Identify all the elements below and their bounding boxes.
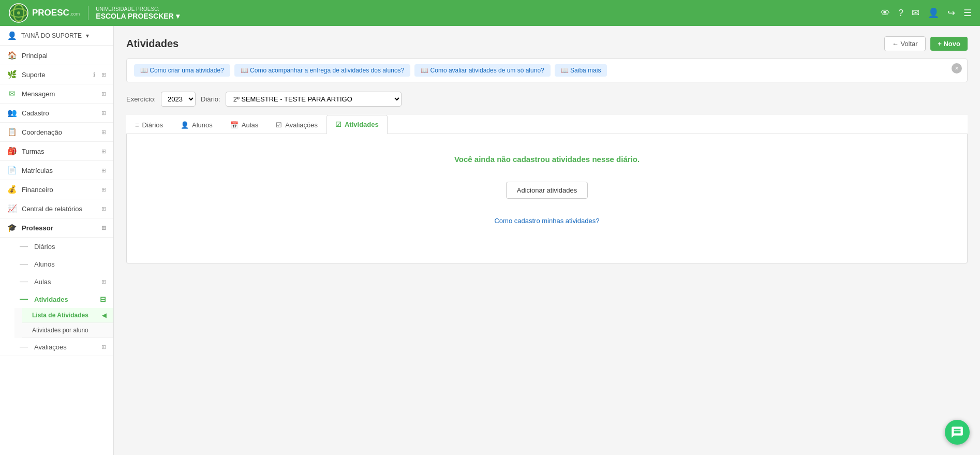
tab-diarios[interactable]: ≡ Diários bbox=[126, 115, 172, 134]
atividades-collapse-icon[interactable]: ⊟ bbox=[100, 295, 106, 303]
sidebar-label-financeiro: Financeiro bbox=[22, 186, 96, 194]
sub-label-aulas: Aulas bbox=[34, 278, 51, 286]
tab-alunos-label: Alunos bbox=[192, 121, 213, 129]
professor-icon: 🎓 bbox=[7, 223, 17, 232]
coordenacao-icon: 📋 bbox=[7, 127, 17, 137]
sidebar-label-coordenacao: Coordenação bbox=[22, 128, 96, 136]
menu-icon[interactable]: ☰ bbox=[963, 7, 972, 19]
turmas-expand-icon[interactable]: ⊞ bbox=[101, 148, 106, 155]
logo-image bbox=[8, 3, 29, 23]
sidebar-label-relatorios: Central de relatórios bbox=[22, 205, 96, 213]
sidebar-label-turmas: Turmas bbox=[22, 148, 96, 155]
tab-aulas-icon: 📅 bbox=[230, 121, 239, 129]
tab-atividades[interactable]: ☑ Atividades bbox=[326, 115, 388, 134]
sidebar-subgroup-item-lista[interactable]: Lista de Atividades ◀ bbox=[22, 308, 113, 323]
sidebar-sub-item-aulas[interactable]: — Aulas ⊞ bbox=[14, 273, 113, 290]
svg-point-3 bbox=[17, 11, 20, 14]
sidebar: 👤 TAINÃ DO SUPORTE ▾ 🏠 Principal 🌿 Supor… bbox=[0, 26, 114, 455]
dash-alunos: — bbox=[20, 259, 28, 269]
dash-atividades: — bbox=[20, 295, 28, 304]
tab-avaliacoes-icon: ☑ bbox=[276, 121, 282, 129]
sidebar-sub-item-diarios[interactable]: — Diários bbox=[14, 238, 113, 255]
school-name[interactable]: ESCOLA PROESCKER ▾ bbox=[96, 12, 179, 20]
add-atividades-button[interactable]: Adicionar atividades bbox=[506, 182, 588, 199]
tab-alunos[interactable]: 👤 Alunos bbox=[172, 115, 221, 134]
cadastro-expand-icon[interactable]: ⊞ bbox=[101, 110, 106, 116]
chat-bubble[interactable] bbox=[945, 420, 970, 445]
back-button[interactable]: ← Voltar bbox=[884, 36, 926, 51]
professor-expand-icon[interactable]: ⊞ bbox=[101, 225, 106, 231]
lista-label: Lista de Atividades bbox=[32, 312, 88, 319]
logo-com: .com bbox=[70, 11, 80, 17]
sidebar-item-matriculas[interactable]: 📄 Matrículas ⊞ bbox=[0, 161, 113, 180]
sidebar-item-financeiro[interactable]: 💰 Financeiro ⊞ bbox=[0, 180, 113, 199]
professor-submenu: — Diários — Alunos — Aulas ⊞ — Atividade… bbox=[0, 238, 113, 356]
diario-select[interactable]: 2º SEMESTRE - TESTE PARA ARTIGO bbox=[226, 92, 402, 107]
sub-label-avaliacoes: Avaliações bbox=[34, 343, 67, 351]
logo-area[interactable]: PROESC .com bbox=[8, 3, 80, 23]
dash-diarios: — bbox=[20, 242, 28, 251]
help-link-saibamais[interactable]: 📖 Saiba mais bbox=[555, 64, 607, 77]
how-to-register-link[interactable]: Como cadastro minhas atividades? bbox=[494, 217, 599, 225]
exercicio-select[interactable]: 2023 2022 2021 bbox=[161, 92, 196, 107]
question-icon[interactable]: ? bbox=[898, 8, 903, 19]
sidebar-item-mensagem[interactable]: ✉ Mensagem ⊞ bbox=[0, 84, 113, 104]
tab-aulas[interactable]: 📅 Aulas bbox=[221, 115, 268, 134]
sidebar-item-principal[interactable]: 🏠 Principal bbox=[0, 46, 113, 65]
help-link-avaliar[interactable]: 📖 Como avaliar atividades de um só aluno… bbox=[414, 64, 550, 77]
financeiro-icon: 💰 bbox=[7, 185, 17, 194]
page-title: Atividades bbox=[126, 38, 179, 50]
suporte-icon: 🌿 bbox=[7, 70, 17, 79]
sidebar-sub-item-atividades[interactable]: — Atividades ⊟ bbox=[14, 290, 113, 308]
help-circle-icon[interactable]: ℹ bbox=[93, 71, 95, 78]
atividades-aluno-label: Atividades por aluno bbox=[32, 327, 88, 334]
logo-proesc: PROESC bbox=[32, 8, 69, 18]
eye-icon[interactable]: 👁 bbox=[881, 8, 890, 19]
filter-row: Exercício: 2023 2022 2021 Diário: 2º SEM… bbox=[126, 92, 968, 107]
tab-atividades-icon: ☑ bbox=[335, 121, 341, 128]
content-area: Atividades ← Voltar + Novo 📖 Como criar … bbox=[114, 26, 980, 455]
relatorios-expand-icon[interactable]: ⊞ bbox=[101, 206, 106, 212]
sidebar-item-coordenacao[interactable]: 📋 Coordenação ⊞ bbox=[0, 123, 113, 142]
sidebar-label-principal: Principal bbox=[22, 52, 106, 60]
help-link-criar[interactable]: 📖 Como criar uma atividade? bbox=[134, 64, 230, 77]
help-link-acompanhar[interactable]: 📖 Como acompanhar a entrega de atividade… bbox=[234, 64, 411, 77]
avaliacoes-expand-icon[interactable]: ⊞ bbox=[101, 344, 106, 350]
sidebar-item-professor[interactable]: 🎓 Professor ⊞ bbox=[0, 218, 113, 238]
sub-label-alunos: Alunos bbox=[34, 260, 55, 268]
tab-avaliacoes[interactable]: ☑ Avaliações bbox=[267, 115, 326, 134]
matriculas-expand-icon[interactable]: ⊞ bbox=[101, 167, 106, 174]
mail-icon[interactable]: ✉ bbox=[912, 7, 919, 19]
aulas-expand-icon[interactable]: ⊞ bbox=[101, 278, 106, 285]
sidebar-item-cadastro[interactable]: 👥 Cadastro ⊞ bbox=[0, 104, 113, 123]
user-bar-icon: 👤 bbox=[7, 31, 17, 40]
chat-icon bbox=[951, 425, 964, 439]
new-button[interactable]: + Novo bbox=[930, 37, 968, 51]
coordenacao-expand-icon[interactable]: ⊞ bbox=[101, 129, 106, 136]
sidebar-item-suporte[interactable]: 🌿 Suporte ℹ ⊞ bbox=[0, 65, 113, 84]
dash-avaliacoes: — bbox=[20, 342, 28, 351]
sidebar-sub-item-alunos[interactable]: — Alunos bbox=[14, 255, 113, 273]
sidebar-sub-item-avaliacoes[interactable]: — Avaliações ⊞ bbox=[14, 338, 113, 356]
signout-icon[interactable]: ↪ bbox=[947, 7, 955, 19]
user-icon[interactable]: 👤 bbox=[928, 7, 939, 19]
top-header: PROESC .com UNIVERSIDADE PROESC: ESCOLA … bbox=[0, 0, 980, 26]
sidebar-subgroup-item-atividades-aluno[interactable]: Atividades por aluno bbox=[22, 323, 113, 338]
mensagem-expand-icon[interactable]: ⊞ bbox=[101, 91, 106, 97]
sidebar-item-turmas[interactable]: 🎒 Turmas ⊞ bbox=[0, 142, 113, 161]
financeiro-expand-icon[interactable]: ⊞ bbox=[101, 186, 106, 193]
content-header: Atividades ← Voltar + Novo bbox=[126, 36, 968, 51]
suporte-expand-icon[interactable]: ⊞ bbox=[101, 71, 106, 78]
sidebar-item-relatorios[interactable]: 📈 Central de relatórios ⊞ bbox=[0, 199, 113, 218]
empty-message: Você ainda não cadastrou atividades ness… bbox=[137, 155, 957, 164]
diario-label: Diário: bbox=[201, 95, 220, 103]
user-bar[interactable]: 👤 TAINÃ DO SUPORTE ▾ bbox=[0, 26, 113, 46]
tab-diarios-label: Diários bbox=[142, 121, 163, 129]
tabs-bar: ≡ Diários 👤 Alunos 📅 Aulas ☑ Avaliações … bbox=[126, 115, 968, 134]
tab-diarios-icon: ≡ bbox=[135, 121, 139, 129]
help-bar-close-button[interactable]: × bbox=[952, 63, 962, 74]
help-bar: 📖 Como criar uma atividade? 📖 Como acomp… bbox=[126, 58, 968, 82]
sidebar-label-professor: Professor bbox=[22, 224, 96, 232]
university-label: UNIVERSIDADE PROESC: bbox=[96, 6, 179, 12]
cadastro-icon: 👥 bbox=[7, 108, 17, 118]
